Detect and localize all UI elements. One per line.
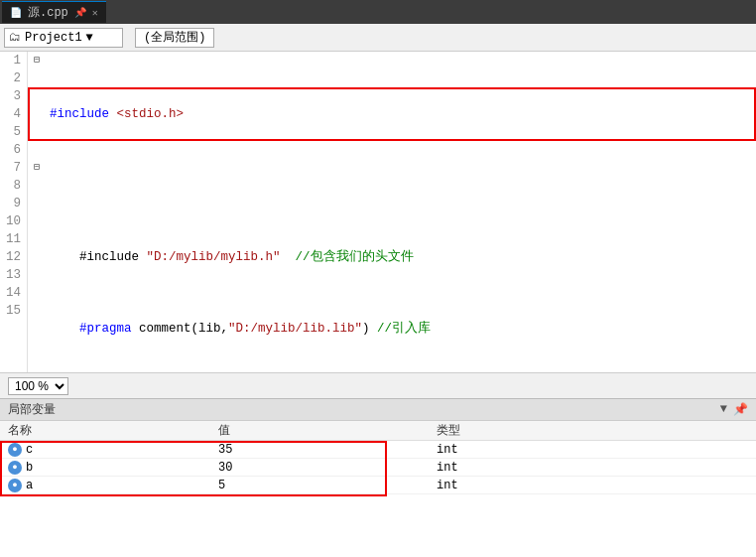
var-value-a: 5 <box>218 479 437 492</box>
line-numbers: 1 2 3 4 5 6 7 8 9 10 11 12 13 14 15 <box>0 52 28 372</box>
locals-data-box: ● c 35 int ● b 30 int ● a <box>0 441 756 494</box>
locals-dropdown-icon[interactable]: ▼ <box>720 402 727 417</box>
gutter-8 <box>28 177 46 195</box>
col-header-value: 值 <box>218 422 437 439</box>
locals-row-a[interactable]: ● a 5 int <box>0 477 756 494</box>
tab-close-button[interactable]: ✕ <box>92 7 98 19</box>
tab-pin-icon: 📌 <box>74 7 86 19</box>
locals-panel: 局部变量 ▼ 📌 名称 值 类型 ● c 35 int <box>0 398 756 557</box>
tab-source-cpp[interactable]: 📄 源.cpp 📌 ✕ <box>2 1 106 23</box>
project-icon: 🗂 <box>9 30 21 45</box>
line-num-1: 1 <box>4 52 21 70</box>
line-num-8: 8 <box>4 177 21 195</box>
line-num-12: 12 <box>4 248 21 266</box>
var-icon-c: ● <box>8 443 22 457</box>
locals-panel-title: 局部变量 <box>8 401 56 418</box>
line-num-4: 4 <box>4 105 21 123</box>
line-num-13: 13 <box>4 266 21 284</box>
code-line-2 <box>50 177 756 195</box>
gutter-2 <box>28 70 46 87</box>
var-name-b: b <box>26 461 33 475</box>
code-content[interactable]: #include <stdio.h> #include "D:/mylib/my… <box>46 52 756 372</box>
project-label: Project1 <box>25 31 82 45</box>
col-header-name: 名称 <box>0 422 218 439</box>
line-num-6: 6 <box>4 141 21 159</box>
locals-panel-header: 局部变量 ▼ 📌 <box>0 399 756 421</box>
line-num-11: 11 <box>4 230 21 248</box>
var-type-c: int <box>437 443 756 457</box>
gutter-5 <box>28 123 46 141</box>
locals-panel-controls: ▼ 📌 <box>720 402 748 417</box>
gutter-7: ⊟ <box>28 159 46 177</box>
gutter-1: ⊟ <box>28 52 46 70</box>
line-num-7: 7 <box>4 159 21 177</box>
line-num-5: 5 <box>4 123 21 141</box>
gutter-11 <box>28 230 46 248</box>
line-num-9: 9 <box>4 195 21 212</box>
line-num-3: 3 <box>4 87 21 105</box>
tab-label: 源.cpp <box>28 4 68 21</box>
gutter-12 <box>28 248 46 266</box>
project-selector[interactable]: 🗂 Project1 ▼ <box>4 28 123 48</box>
var-type-a: int <box>437 479 756 492</box>
gutter-14 <box>28 284 46 302</box>
gutter-6 <box>28 141 46 159</box>
var-icon-a: ● <box>8 479 22 492</box>
include-stdio: <stdio.h> <box>117 105 185 123</box>
gutter-10 <box>28 212 46 230</box>
col-header-type: 类型 <box>437 422 756 439</box>
gutter-3 <box>28 87 46 105</box>
status-bar: 100 % 75 % 150 % <box>0 372 756 398</box>
toolbar: 🗂 Project1 ▼ (全局范围) <box>0 24 756 52</box>
locals-row-c[interactable]: ● c 35 int <box>0 441 756 459</box>
code-line-1: #include <stdio.h> <box>50 105 756 123</box>
locals-table-header: 名称 值 类型 <box>0 421 756 441</box>
project-dropdown-icon[interactable]: ▼ <box>86 31 93 45</box>
code-line-3: #include "D:/mylib/mylib.h" //包含我们的头文件 <box>50 248 756 266</box>
scope-selector[interactable]: (全局范围) <box>135 28 214 48</box>
scope-label: (全局范围) <box>144 29 205 46</box>
var-type-b: int <box>437 461 756 475</box>
tab-bar: 📄 源.cpp 📌 ✕ <box>0 0 756 24</box>
gutter-9 <box>28 195 46 212</box>
line-num-14: 14 <box>4 284 21 302</box>
zoom-selector[interactable]: 100 % 75 % 150 % <box>8 377 68 395</box>
gutter: ⊟ ⊟ <box>28 52 46 372</box>
locals-row-b[interactable]: ● b 30 int <box>0 459 756 477</box>
code-line-4: #pragma comment(lib,"D:/mylib/lib.lib") … <box>50 320 756 338</box>
var-icon-b: ● <box>8 461 22 475</box>
var-value-b: 30 <box>218 461 437 475</box>
gutter-15 <box>28 302 46 320</box>
code-editor: 1 2 3 4 5 6 7 8 9 10 11 12 13 14 15 ⊟ ⊟ <box>0 52 756 372</box>
var-name-a: a <box>26 479 33 492</box>
var-value-c: 35 <box>218 443 437 457</box>
locals-table: 名称 值 类型 ● c 35 int ● b 30 in <box>0 421 756 557</box>
var-name-c: c <box>26 443 33 457</box>
file-icon: 📄 <box>10 7 22 19</box>
gutter-4 <box>28 105 46 123</box>
gutter-13 <box>28 266 46 284</box>
line-num-10: 10 <box>4 212 21 230</box>
line-num-15: 15 <box>4 302 21 320</box>
line-num-2: 2 <box>4 70 21 87</box>
locals-pin-icon[interactable]: 📌 <box>733 402 748 417</box>
keyword-include: #include <box>50 105 117 123</box>
